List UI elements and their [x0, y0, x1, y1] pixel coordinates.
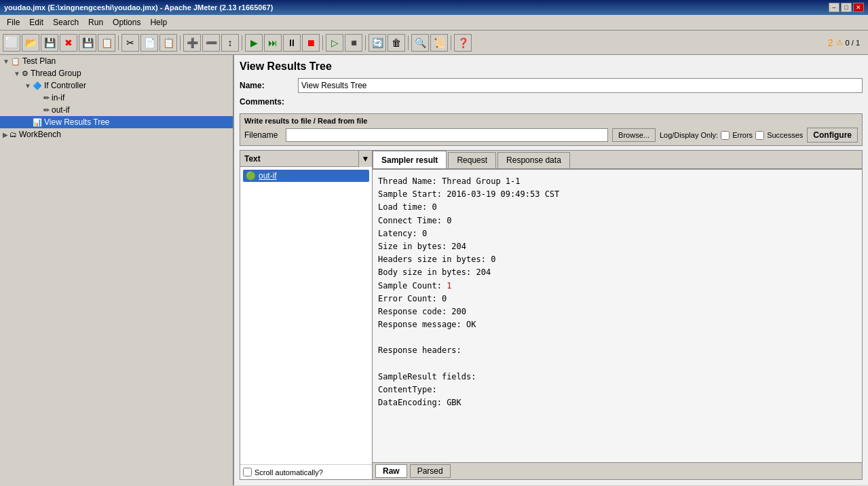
progress-status: 0 / 1	[846, 39, 860, 47]
cut-button[interactable]: ✂	[121, 34, 139, 52]
stop-button[interactable]: ⏹	[302, 34, 320, 52]
filename-input[interactable]	[286, 128, 608, 142]
expand-workbench[interactable]: ▶	[3, 131, 8, 138]
tree-node-out-if[interactable]: ✏ out-if	[0, 104, 233, 116]
menu-edit[interactable]: Edit	[25, 16, 48, 29]
expand-if-controller[interactable]: ▼	[24, 82, 31, 90]
window-controls: – □ ✕	[829, 3, 864, 12]
menu-help[interactable]: Help	[146, 16, 171, 29]
result-item-label: out-if	[259, 171, 277, 181]
tree-node-in-if[interactable]: ✏ in-if	[0, 92, 233, 104]
scroll-checkbox[interactable]	[243, 468, 252, 476]
menu-file[interactable]: File	[3, 16, 24, 29]
minimize-button[interactable]: –	[829, 3, 839, 12]
sep3	[242, 35, 242, 50]
tab-bar: Sampler result Request Response data	[373, 151, 862, 170]
tab-request[interactable]: Request	[448, 152, 496, 168]
result-line-11: Response message: OK	[378, 318, 856, 331]
open-button[interactable]: 📂	[22, 34, 39, 52]
clear-button[interactable]: 🔄	[369, 34, 386, 52]
result-line-1: Sample Start: 2016-03-19 09:49:53 CST	[378, 188, 856, 201]
bottom-tab-parsed[interactable]: Parsed	[410, 464, 451, 478]
out-if-icon: ✏	[43, 106, 50, 115]
paste-button[interactable]: 📋	[159, 34, 177, 52]
successes-checkbox[interactable]	[755, 131, 764, 140]
workbench-label: WorkBench	[19, 130, 61, 139]
results-container: Text ▼ 🟢 out-if Scroll automatically?	[240, 150, 863, 480]
tree-node-thread-group[interactable]: ▼ ⚙ Thread Group	[0, 67, 233, 79]
if-controller-label: If Controller	[44, 81, 86, 90]
thread-group-label: Thread Group	[31, 69, 81, 78]
name-input[interactable]	[298, 78, 863, 93]
errors-label: Errors	[732, 131, 753, 139]
new-button[interactable]: ⬜	[3, 34, 20, 52]
restore-button[interactable]: □	[841, 3, 852, 12]
expand-thread-group[interactable]: ▼	[14, 70, 20, 77]
thread-group-icon: ⚙	[22, 69, 29, 78]
errors-checkbox[interactable]	[721, 131, 730, 140]
results-list-header: Text ▼	[240, 151, 372, 167]
bottom-tab-raw[interactable]: Raw	[375, 464, 407, 478]
tree-node-workbench[interactable]: ▶ 🗂 WorkBench	[0, 128, 233, 141]
tree-node-test-plan[interactable]: ▼ 📋 Test Plan	[0, 55, 233, 67]
browse-button[interactable]: Browse...	[612, 128, 656, 142]
remove-button[interactable]: ➖	[202, 34, 220, 52]
configure-button[interactable]: Configure	[807, 128, 858, 143]
test-plan-label: Test Plan	[22, 56, 56, 66]
out-if-label: out-if	[52, 105, 70, 115]
move-button[interactable]: ↕	[221, 34, 239, 52]
result-item-out-if[interactable]: 🟢 out-if	[243, 170, 369, 182]
status-area: 2 ⚠ 0 / 1	[828, 37, 865, 48]
results-list-label: Text	[240, 153, 358, 165]
props-button[interactable]: 📋	[98, 34, 115, 52]
play-button[interactable]: ▶	[245, 34, 263, 52]
expand-test-plan[interactable]: ▼	[3, 58, 10, 65]
sep4	[322, 35, 323, 50]
result-line-12	[378, 331, 856, 344]
menu-options[interactable]: Options	[109, 16, 145, 29]
in-if-label: in-if	[52, 93, 64, 102]
tab-response-data[interactable]: Response data	[497, 152, 570, 168]
pause-button[interactable]: ⏸	[283, 34, 301, 52]
sep6	[408, 35, 409, 50]
in-if-icon: ✏	[43, 94, 50, 102]
save-button[interactable]: 💾	[41, 34, 58, 52]
clear-all-button[interactable]: 🗑	[388, 34, 405, 52]
window-title: youdao.jmx (E:\xingnengceshi\youdao.jmx)…	[4, 3, 273, 12]
remote-stop-button[interactable]: ◾	[345, 34, 362, 52]
results-items: 🟢 out-if	[240, 167, 372, 464]
remote-start-button[interactable]: ▷	[326, 34, 343, 52]
successes-label: Successes	[767, 131, 803, 139]
file-row: Filename Browse... Log/Display Only: Err…	[244, 128, 858, 143]
close-button2[interactable]: ✖	[60, 34, 77, 52]
log-button[interactable]: 📜	[430, 34, 448, 52]
copy-button[interactable]: 📄	[140, 34, 158, 52]
main-container: ▼ 📋 Test Plan ▼ ⚙ Thread Group ▼ 🔷 If Co…	[0, 55, 868, 485]
result-line-5: Size in bytes: 204	[378, 240, 856, 253]
tree-node-if-controller[interactable]: ▼ 🔷 If Controller	[0, 79, 233, 92]
tab-sampler-result[interactable]: Sampler result	[373, 151, 447, 168]
result-line-0: Thread Name: Thread Group 1-1	[378, 175, 856, 188]
dropdown-arrow[interactable]: ▼	[358, 151, 372, 167]
close-button[interactable]: ✕	[853, 3, 864, 12]
add-button[interactable]: ➕	[183, 34, 201, 52]
menu-search[interactable]: Search	[49, 16, 83, 29]
search-button[interactable]: 🔍	[411, 34, 429, 52]
file-section: Write results to file / Read from file F…	[240, 113, 863, 146]
play-one-button[interactable]: ⏭	[264, 34, 282, 52]
result-line-7: Body size in bytes: 204	[378, 266, 856, 279]
results-list: Text ▼ 🟢 out-if Scroll automatically?	[240, 151, 373, 479]
toolbar: ⬜ 📂 💾 ✖ 💾 📋 ✂ 📄 📋 ➕ ➖ ↕ ▶ ⏭ ⏸ ⏹ ▷ ◾ 🔄 🗑 …	[0, 31, 868, 55]
bottom-tabs: Raw Parsed	[373, 462, 862, 479]
menu-bar: File Edit Search Run Options Help	[0, 15, 868, 31]
help-button[interactable]: ❓	[454, 34, 472, 52]
file-section-title: Write results to file / Read from file	[244, 117, 858, 125]
workbench-icon: 🗂	[10, 130, 17, 138]
tree-node-view-results-tree[interactable]: 📊 View Results Tree	[0, 116, 233, 128]
save2-button[interactable]: 💾	[79, 34, 96, 52]
result-line-8: Sample Count: 1	[378, 280, 856, 293]
tab-content: Thread Name: Thread Group 1-1 Sample Sta…	[373, 170, 862, 462]
menu-run[interactable]: Run	[84, 16, 107, 29]
results-detail: Sampler result Request Response data Thr…	[373, 151, 862, 479]
result-line-2: Load time: 0	[378, 201, 856, 214]
